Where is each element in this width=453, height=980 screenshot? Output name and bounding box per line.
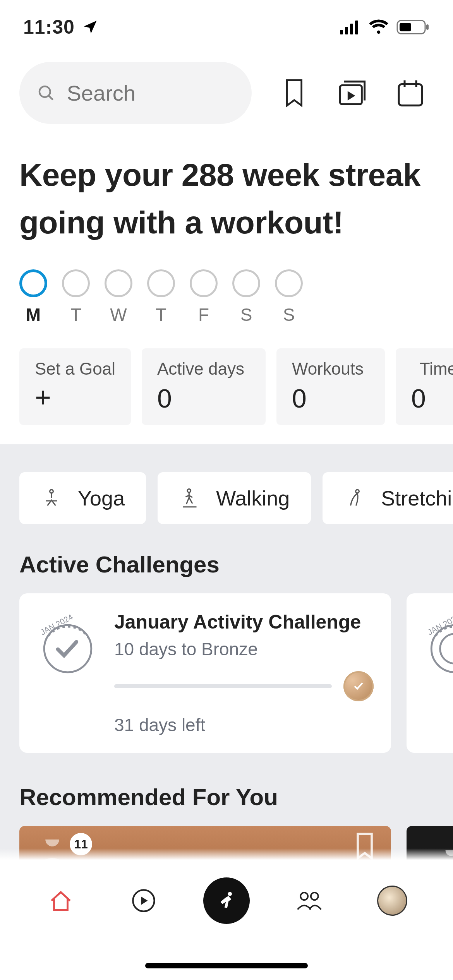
tab-home[interactable] bbox=[38, 877, 84, 924]
search-box[interactable] bbox=[19, 62, 252, 124]
header-bar bbox=[0, 50, 453, 135]
weekday-wed[interactable]: W bbox=[105, 269, 132, 325]
weekday-sat[interactable]: S bbox=[232, 269, 260, 325]
streak-headline: Keep your 288 week streak going with a w… bbox=[0, 135, 453, 258]
category-walking[interactable]: Walking bbox=[158, 472, 311, 524]
svg-point-24 bbox=[228, 892, 232, 896]
challenge-progress-bar bbox=[114, 684, 332, 688]
status-time-group: 11:30 bbox=[23, 16, 99, 38]
challenges-carousel[interactable]: JAN 2024 January Activity Challenge 10 d… bbox=[0, 593, 453, 784]
chip-label: Stretching bbox=[381, 486, 453, 510]
stretching-icon bbox=[344, 487, 365, 509]
weekday-tue[interactable]: T bbox=[62, 269, 90, 325]
stat-active-days[interactable]: Active days 0 bbox=[142, 348, 266, 425]
weekday-mon[interactable]: M bbox=[19, 269, 47, 325]
search-icon bbox=[37, 82, 55, 104]
stat-value: 0 bbox=[292, 383, 369, 413]
weekday-thu[interactable]: T bbox=[147, 269, 175, 325]
svg-point-16 bbox=[356, 490, 359, 493]
yoga-icon bbox=[41, 487, 62, 509]
workout-count-badge: 11 bbox=[70, 833, 92, 855]
svg-rect-5 bbox=[400, 23, 411, 31]
chip-label: Yoga bbox=[78, 486, 125, 510]
category-chips[interactable]: Yoga Walking Stretching bbox=[0, 472, 453, 551]
svg-rect-0 bbox=[340, 30, 343, 34]
category-yoga[interactable]: Yoga bbox=[19, 472, 146, 524]
videos-button[interactable] bbox=[337, 77, 368, 108]
plus-icon: + bbox=[35, 383, 115, 411]
weekday-sun[interactable]: S bbox=[275, 269, 303, 325]
tab-play[interactable] bbox=[120, 877, 167, 924]
challenge-card-next[interactable]: JAN 2024 bbox=[407, 593, 453, 753]
cellular-icon bbox=[340, 20, 361, 34]
stat-value: 0 bbox=[157, 383, 250, 413]
section-title-recommended: Recommended For You bbox=[0, 784, 453, 826]
svg-rect-6 bbox=[426, 24, 429, 30]
svg-line-8 bbox=[49, 96, 53, 100]
stat-set-goal[interactable]: Set a Goal + bbox=[19, 348, 131, 425]
svg-point-25 bbox=[300, 893, 308, 900]
avatar-icon bbox=[377, 886, 407, 916]
wifi-icon bbox=[369, 19, 389, 35]
home-indicator[interactable] bbox=[145, 963, 308, 968]
stats-row[interactable]: Set a Goal + Active days 0 Workouts 0 Ti… bbox=[0, 337, 453, 444]
svg-marker-10 bbox=[348, 91, 355, 100]
status-time: 11:30 bbox=[23, 16, 75, 38]
week-row: M T W T F S S bbox=[0, 258, 453, 337]
svg-point-7 bbox=[39, 86, 50, 97]
bookmark-icon bbox=[283, 78, 305, 108]
svg-rect-3 bbox=[355, 21, 358, 34]
challenge-days-left: 31 days left bbox=[114, 714, 374, 735]
home-icon bbox=[47, 887, 74, 914]
running-icon bbox=[216, 890, 237, 911]
category-stretching[interactable]: Stretching bbox=[323, 472, 453, 524]
chip-label: Walking bbox=[216, 486, 290, 510]
bookmark-icon[interactable] bbox=[354, 832, 376, 860]
section-title-challenges: Active Challenges bbox=[0, 551, 453, 593]
svg-point-15 bbox=[187, 489, 191, 492]
status-bar: 11:30 bbox=[0, 0, 453, 50]
people-icon bbox=[295, 889, 324, 912]
bookmarks-button[interactable] bbox=[279, 77, 310, 108]
challenge-card[interactable]: JAN 2024 January Activity Challenge 10 d… bbox=[19, 593, 391, 753]
svg-rect-11 bbox=[399, 84, 422, 106]
stat-title: Active days bbox=[157, 359, 250, 379]
walking-icon bbox=[179, 487, 201, 509]
stat-title: Set a Goal bbox=[35, 359, 115, 379]
stat-title: Workouts bbox=[292, 359, 369, 379]
stat-time[interactable]: Time 0 bbox=[396, 348, 453, 425]
bronze-medal-icon bbox=[343, 671, 374, 701]
weekday-fri[interactable]: F bbox=[190, 269, 218, 325]
tab-community[interactable] bbox=[286, 877, 333, 924]
tab-profile[interactable] bbox=[369, 877, 415, 924]
location-icon bbox=[82, 19, 99, 36]
svg-point-14 bbox=[50, 490, 53, 493]
svg-text:JAN 2024: JAN 2024 bbox=[426, 615, 453, 637]
play-circle-icon bbox=[130, 887, 157, 914]
stat-workouts[interactable]: Workouts 0 bbox=[276, 348, 385, 425]
status-indicators bbox=[340, 19, 430, 35]
challenge-badge-icon: JAN 2024 bbox=[424, 615, 453, 677]
challenge-title: January Activity Challenge bbox=[114, 611, 374, 633]
svg-rect-1 bbox=[345, 27, 348, 34]
content-section: Yoga Walking Stretching Active Challenge… bbox=[0, 444, 453, 892]
svg-rect-2 bbox=[350, 24, 353, 34]
calendar-icon bbox=[395, 77, 426, 108]
search-input[interactable] bbox=[67, 81, 234, 106]
challenge-badge-icon: JAN 2024 bbox=[37, 615, 99, 677]
svg-point-26 bbox=[311, 893, 318, 900]
calendar-button[interactable] bbox=[395, 77, 426, 108]
challenge-subtitle: 10 days to Bronze bbox=[114, 639, 374, 660]
video-library-icon bbox=[337, 78, 367, 108]
svg-point-20 bbox=[440, 634, 453, 664]
stat-title: Time bbox=[411, 359, 453, 379]
svg-marker-23 bbox=[141, 896, 148, 905]
stat-value: 0 bbox=[411, 383, 453, 413]
battery-icon bbox=[396, 19, 430, 35]
tab-bar bbox=[0, 860, 453, 980]
tab-workout[interactable] bbox=[203, 877, 250, 924]
